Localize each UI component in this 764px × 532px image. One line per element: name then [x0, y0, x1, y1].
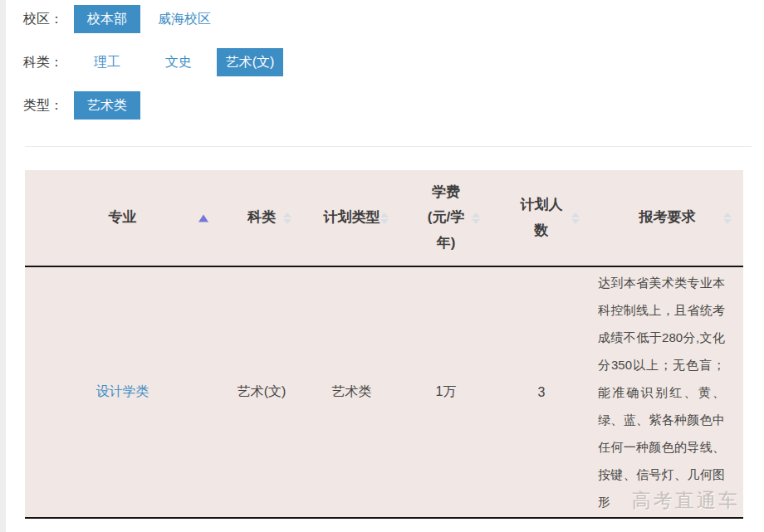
cell-major: 设计学类: [25, 267, 220, 517]
column-header-requirements[interactable]: 报考要求: [591, 170, 743, 266]
column-header-plan-count[interactable]: 计划人 数: [492, 170, 591, 266]
cell-plan-type: 艺术类: [303, 267, 400, 517]
type-options: 艺术类: [71, 91, 143, 120]
sort-both-icon[interactable]: [472, 212, 480, 224]
campus-options: 校本部 威海校区: [71, 5, 226, 33]
column-header-plan-type[interactable]: 计划类型: [303, 170, 400, 266]
sort-both-icon[interactable]: [723, 212, 732, 224]
major-link[interactable]: 设计学类: [96, 383, 149, 401]
column-header-plan-type-label: 计划类型: [324, 205, 380, 231]
filter-row-type: 类型： 艺术类: [23, 91, 143, 120]
column-header-category[interactable]: 科类: [220, 170, 303, 266]
table-row: 设计学类 艺术(文) 艺术类 1万 3 达到本省美术类专业本科控制线上，且省统考…: [25, 267, 743, 519]
sort-both-icon[interactable]: [283, 212, 291, 224]
filter-option-campus-weihai[interactable]: 威海校区: [158, 11, 211, 28]
filter-option-art-type[interactable]: 艺术类: [74, 91, 140, 120]
filter-row-subject: 科类： 理工 文史 艺术(文): [23, 48, 286, 76]
cell-plan-count: 3: [492, 267, 591, 517]
filter-option-arts-wen[interactable]: 艺术(文): [217, 48, 283, 76]
filter-option-campus-main[interactable]: 校本部: [74, 5, 140, 33]
subject-options: 理工 文史 艺术(文): [71, 48, 286, 76]
admission-plan-table: 专业 科类 计划类型 学费 (元/学 年) 计划人 数 报考要求 设计学类 艺术…: [25, 170, 743, 519]
section-divider: [25, 146, 752, 147]
column-header-tuition-label: 学费 (元/学 年): [428, 180, 464, 256]
filter-option-science[interactable]: 理工: [94, 54, 120, 71]
cell-requirements: 达到本省美术类专业本科控制线上，且省统考成绩不低于280分,文化分350以上；无…: [591, 267, 743, 517]
column-header-plan-count-label: 计划人 数: [521, 193, 563, 243]
page-left-edge: [0, 0, 6, 532]
filter-label-subject: 科类：: [23, 54, 71, 71]
column-header-major-label: 专业: [109, 205, 137, 231]
filter-label-campus: 校区：: [23, 11, 71, 28]
sort-both-icon[interactable]: [571, 212, 580, 224]
column-header-tuition[interactable]: 学费 (元/学 年): [400, 170, 492, 266]
cell-category: 艺术(文): [220, 267, 303, 517]
column-header-category-label: 科类: [247, 205, 276, 231]
filter-row-campus: 校区： 校本部 威海校区: [23, 5, 226, 33]
table-header: 专业 科类 计划类型 学费 (元/学 年) 计划人 数 报考要求: [25, 170, 743, 267]
sort-both-icon[interactable]: [380, 212, 389, 224]
requirements-text: 达到本省美术类专业本科控制线上，且省统考成绩不低于280分,文化分350以上；无…: [598, 269, 725, 515]
filter-label-type: 类型：: [23, 97, 71, 115]
sort-ascending-icon[interactable]: [198, 214, 208, 222]
column-header-major[interactable]: 专业: [25, 170, 220, 266]
column-header-requirements-label: 报考要求: [639, 205, 696, 231]
cell-tuition: 1万: [400, 267, 492, 517]
filter-option-liberal-arts[interactable]: 文史: [165, 54, 192, 71]
